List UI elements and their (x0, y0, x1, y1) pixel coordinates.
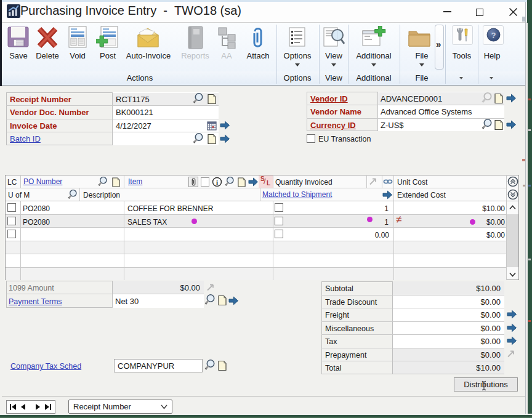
svg-text:i: i (216, 179, 218, 186)
svg-text:?: ? (491, 31, 496, 40)
